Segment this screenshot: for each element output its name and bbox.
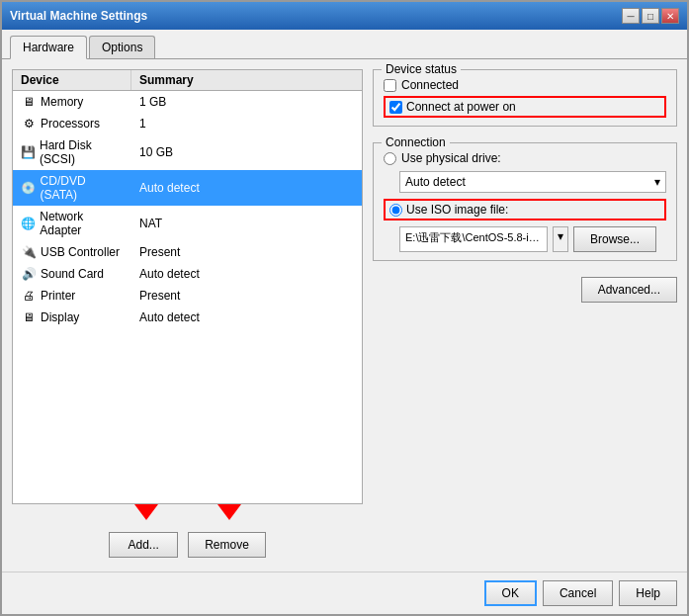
tab-hardware[interactable]: Hardware (10, 36, 87, 59)
auto-detect-dropdown[interactable]: Auto detect ▾ (399, 171, 666, 193)
printer-icon: 🖨 (21, 290, 37, 302)
connection-group: Connection Use physical drive: Auto dete… (373, 142, 677, 261)
maximize-button[interactable]: □ (642, 8, 659, 24)
iso-path-row: E:\迅雷下载\CentOS-5.8-i386-b ▾ Browse... (384, 226, 666, 252)
iso-dropdown-icon: ▾ (553, 226, 568, 252)
display-icon: 🖥 (21, 311, 37, 323)
device-name: Sound Card (41, 267, 104, 281)
use-iso-label: Use ISO image file: (406, 203, 508, 217)
processor-icon: ⚙ (21, 118, 37, 130)
connect-at-power-checkbox[interactable] (389, 101, 402, 114)
table-row[interactable]: 🖥 Memory 1 GB (13, 91, 362, 113)
title-bar-buttons: ─ □ ✕ (622, 8, 679, 24)
table-row[interactable]: 🖨 Printer Present (13, 285, 362, 307)
advanced-btn-row: Advanced... (373, 277, 677, 303)
memory-icon: 🖥 (21, 96, 37, 108)
connected-row: Connected (384, 78, 666, 92)
help-button[interactable]: Help (619, 580, 677, 606)
device-status-title: Device status (382, 62, 461, 76)
virtual-machine-settings-window: Virtual Machine Settings ─ □ ✕ Hardware … (0, 0, 689, 616)
use-physical-drive-row: Use physical drive: (384, 151, 666, 165)
left-panel: Device Summary 🖥 Memory 1 GB ⚙ Processor… (12, 69, 363, 562)
connect-at-power-row: Connect at power on (384, 96, 666, 118)
table-row[interactable]: 💾 Hard Disk (SCSI) 10 GB (13, 134, 362, 170)
cancel-button[interactable]: Cancel (543, 580, 613, 606)
col-summary-header: Summary (131, 70, 362, 90)
table-row[interactable]: 🌐 Network Adapter NAT (13, 206, 362, 241)
device-summary: Present (131, 287, 362, 305)
advanced-button[interactable]: Advanced... (581, 277, 677, 303)
connected-checkbox[interactable] (384, 79, 396, 92)
remove-arrow-indicator (217, 504, 241, 520)
iso-radio[interactable] (389, 204, 402, 217)
minimize-button[interactable]: ─ (622, 8, 640, 24)
device-status-group: Device status Connected Connect at power… (373, 69, 677, 127)
device-name: Printer (41, 289, 75, 303)
usb-icon: 🔌 (21, 246, 37, 258)
connect-at-power-label: Connect at power on (406, 100, 516, 114)
table-row[interactable]: 🖥 Display Auto detect (13, 307, 362, 328)
device-summary: Present (131, 243, 362, 261)
col-device-header: Device (13, 70, 131, 90)
tab-options[interactable]: Options (89, 36, 155, 58)
device-summary: Auto detect (131, 265, 362, 283)
device-summary: NAT (131, 215, 362, 232)
browse-button[interactable]: Browse... (573, 226, 656, 252)
remove-button[interactable]: Remove (188, 532, 266, 558)
device-summary: Auto detect (131, 308, 362, 326)
table-row[interactable]: ⚙ Processors 1 (13, 113, 362, 134)
table-row-selected[interactable]: 💿 CD/DVD (SATA) Auto detect (13, 170, 362, 206)
auto-detect-value: Auto detect (405, 175, 466, 189)
physical-drive-radio[interactable] (384, 152, 396, 165)
add-arrow-indicator (134, 504, 158, 520)
device-summary: 1 (131, 115, 362, 132)
device-summary: 10 GB (131, 143, 362, 161)
device-name: CD/DVD (SATA) (41, 174, 124, 202)
connection-title: Connection (382, 135, 450, 149)
sound-icon: 🔊 (21, 268, 37, 280)
device-name: Processors (41, 117, 100, 131)
device-table: Device Summary 🖥 Memory 1 GB ⚙ Processor… (12, 69, 363, 504)
device-name: Memory (41, 95, 83, 109)
iso-path-display: E:\迅雷下载\CentOS-5.8-i386-b (399, 226, 548, 252)
device-name: Hard Disk (SCSI) (40, 138, 124, 166)
network-icon: 🌐 (21, 218, 36, 229)
ok-button[interactable]: OK (484, 580, 537, 606)
title-bar: Virtual Machine Settings ─ □ ✕ (2, 2, 687, 30)
use-physical-drive-label: Use physical drive: (401, 151, 501, 165)
hdd-icon: 💾 (21, 146, 36, 158)
auto-detect-dropdown-row: Auto detect ▾ (384, 171, 666, 193)
action-buttons: Add... Remove (109, 522, 266, 562)
table-row[interactable]: 🔌 USB Controller Present (13, 241, 362, 263)
table-header: Device Summary (13, 70, 362, 91)
cdrom-icon: 💿 (21, 182, 37, 194)
tab-bar: Hardware Options (2, 30, 687, 59)
main-content: Device Summary 🖥 Memory 1 GB ⚙ Processor… (2, 59, 687, 572)
table-row[interactable]: 🔊 Sound Card Auto detect (13, 263, 362, 285)
right-panel: Device status Connected Connect at power… (373, 69, 677, 562)
device-name: USB Controller (41, 245, 120, 259)
device-summary: Auto detect (131, 179, 362, 197)
device-summary: 1 GB (131, 93, 362, 111)
close-button[interactable]: ✕ (661, 8, 679, 24)
device-name: Display (41, 310, 79, 324)
use-iso-row: Use ISO image file: (384, 199, 666, 220)
device-name: Network Adapter (40, 210, 124, 237)
connected-label: Connected (401, 78, 459, 92)
bottom-bar: OK Cancel Help (2, 572, 687, 614)
dropdown-arrow-icon: ▾ (654, 175, 660, 189)
add-button[interactable]: Add... (109, 532, 178, 558)
window-title: Virtual Machine Settings (10, 9, 147, 23)
